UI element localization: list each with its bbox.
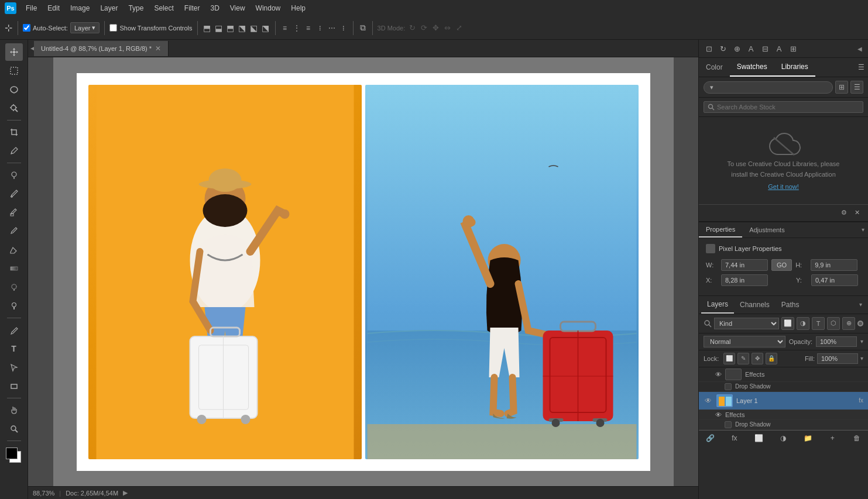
eraser-tool[interactable] [5, 241, 23, 259]
distribute-right-icon[interactable]: ⫶ [339, 23, 348, 33]
menu-select[interactable]: Select [149, 2, 178, 14]
distribute-vert-icon[interactable]: ⋮ [292, 23, 301, 33]
image-right[interactable] [365, 85, 639, 459]
auto-align-icon[interactable]: ⧉ [358, 23, 368, 33]
menu-edit[interactable]: Edit [43, 2, 64, 14]
swatches-tab[interactable]: Swatches [730, 58, 774, 77]
layers-filter-type[interactable]: T [812, 317, 825, 330]
spot-heal-tool[interactable] [5, 166, 23, 184]
crop-tool[interactable] [5, 123, 23, 141]
blur-tool[interactable] [5, 278, 23, 296]
align-bottom-icon[interactable]: ⬒ [226, 23, 235, 33]
menu-3d[interactable]: 3D [205, 2, 224, 14]
layers-mask-btn[interactable]: ⬜ [753, 433, 766, 443]
paths-tab[interactable]: Paths [776, 297, 805, 313]
opacity-input[interactable] [816, 336, 857, 347]
distribute-bottom-icon[interactable]: ≡ [304, 23, 313, 33]
eyedropper-tool[interactable] [5, 142, 23, 160]
opacity-arrow[interactable]: ▾ [860, 338, 863, 345]
panel-menu-btn[interactable]: ☰ [855, 61, 868, 74]
type-tool[interactable]: T [5, 340, 23, 357]
library-icon-7[interactable]: ⊞ [787, 42, 800, 55]
select-rect-tool[interactable] [5, 62, 23, 80]
lock-all-btn[interactable]: 🔒 [766, 353, 777, 364]
layers-collapse-btn[interactable]: ▾ [856, 299, 866, 310]
library-icon-2[interactable]: ↻ [716, 42, 729, 55]
menu-help[interactable]: Help [286, 2, 310, 14]
lock-pixels-btn[interactable]: ⬜ [723, 353, 735, 364]
move-tool[interactable] [5, 43, 23, 61]
library-icon-5[interactable]: ⊟ [759, 42, 771, 55]
menu-filter[interactable]: Filter [180, 2, 205, 14]
fg-color-swatch[interactable] [6, 448, 18, 459]
brush-tool[interactable] [5, 185, 23, 202]
properties-tab[interactable]: Properties [699, 222, 742, 238]
3d-rotate-icon[interactable]: ↻ [407, 23, 417, 33]
layers-new-btn[interactable]: + [826, 433, 839, 443]
panel-collapse-btn[interactable]: ◀ [855, 44, 864, 53]
menu-layer[interactable]: Layer [95, 2, 122, 14]
zoom-tool[interactable] [5, 420, 23, 438]
distribute-top-icon[interactable]: ≡ [280, 23, 290, 33]
props-go-btn[interactable]: GO [771, 259, 792, 271]
library-dropdown[interactable]: ▾ [704, 81, 833, 94]
menu-view[interactable]: View [225, 2, 250, 14]
props-collapse-btn[interactable]: ▾ [858, 224, 868, 235]
show-transform-checkbox[interactable]: Show Transform Controls [109, 24, 192, 32]
library-icon-3[interactable]: ⊕ [730, 42, 743, 55]
layers-filter-adj[interactable]: ◑ [797, 317, 809, 330]
auto-select-checkbox[interactable]: Auto-Select: [23, 24, 68, 32]
library-icon-6[interactable]: A [773, 42, 785, 55]
3d-pan-icon[interactable]: ✥ [431, 23, 440, 33]
menu-file[interactable]: File [21, 2, 42, 14]
lock-art-btn[interactable]: ✥ [752, 353, 763, 364]
layers-adj-btn[interactable]: ◑ [777, 433, 790, 443]
gradient-tool[interactable] [5, 260, 23, 277]
path-select-tool[interactable] [5, 359, 23, 376]
layers-kind-select[interactable]: Kind [714, 318, 779, 329]
layers-filter-shape[interactable]: ⬡ [827, 317, 840, 330]
menu-window[interactable]: Window [251, 2, 286, 14]
props-x-input[interactable] [721, 274, 768, 286]
menu-image[interactable]: Image [66, 2, 94, 14]
hand-tool[interactable] [5, 401, 23, 419]
tab-close-btn[interactable]: ✕ [155, 44, 161, 53]
3d-roll-icon[interactable]: ⟳ [419, 23, 428, 33]
image-left[interactable] [88, 85, 362, 459]
canvas-tab[interactable]: Untitled-4 @ 88,7% (Layer 1, RGB/8) * ✕ [34, 41, 169, 56]
align-vert-center-icon[interactable]: ⬓ [214, 23, 224, 33]
fill-input[interactable] [817, 353, 858, 364]
shape-tool[interactable] [5, 377, 23, 395]
library-icon-4[interactable]: A [745, 42, 757, 55]
adjustments-tab[interactable]: Adjustments [742, 223, 792, 237]
distribute-left-icon[interactable]: ⫶ [315, 23, 325, 33]
libraries-settings-btn[interactable]: ⚙ [838, 207, 850, 219]
distribute-horiz-icon[interactable]: ⋯ [327, 23, 337, 33]
layers-filter-toggle[interactable] [857, 321, 863, 326]
align-right-icon[interactable]: ⬔ [261, 23, 270, 33]
layers-filter-smart[interactable]: ⊕ [842, 317, 855, 330]
panel-expand-btn[interactable]: ◀ [28, 44, 34, 52]
search-input[interactable] [717, 104, 859, 111]
lock-position-btn[interactable]: ✎ [737, 353, 749, 364]
props-width-input[interactable] [721, 259, 768, 271]
canvas-container[interactable] [28, 57, 698, 486]
layers-style-btn[interactable]: fx [728, 433, 741, 443]
props-y-input[interactable] [811, 274, 858, 286]
status-arrow[interactable]: ▶ [123, 489, 128, 497]
align-horiz-center-icon[interactable]: ⬕ [249, 23, 259, 33]
pen-tool[interactable] [5, 321, 23, 339]
layer-dropdown[interactable]: Layer ▾ [70, 22, 100, 33]
color-tab[interactable]: Color [699, 58, 730, 76]
clone-tool[interactable] [5, 204, 23, 221]
effects-eye-icon[interactable]: 👁 [715, 371, 722, 378]
layer-1-item[interactable]: 👁 Layer 1 fx [699, 392, 868, 410]
show-transform-input[interactable] [109, 24, 117, 32]
blend-mode-select[interactable]: Normal [704, 336, 785, 347]
menu-type[interactable]: Type [123, 2, 148, 14]
3d-scale-icon[interactable]: ⤢ [454, 23, 464, 33]
get-it-link[interactable]: Get it now! [768, 182, 799, 192]
layer-1-eye[interactable]: 👁 [704, 396, 713, 405]
props-height-input[interactable] [811, 259, 857, 271]
layers-group-btn[interactable]: 📁 [801, 433, 814, 443]
